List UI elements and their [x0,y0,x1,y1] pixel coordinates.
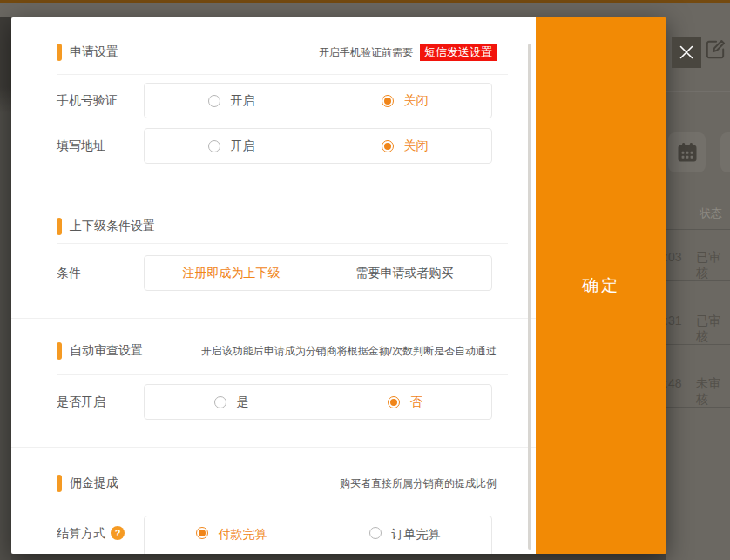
radio-icon[interactable] [208,95,220,107]
radio-option-off[interactable]: 关闭 [318,129,491,163]
row-condition: 条件 注册即成为上下级 需要申请或者购买 [57,255,508,291]
row-label-group: 结算方式 ? [57,516,125,542]
radio-label: 订单完算 [392,527,441,543]
choice-register[interactable]: 注册即成为上下级 [145,256,318,290]
radio-icon[interactable] [208,140,220,152]
edit-icon [704,38,727,61]
section-note: 开启该功能后申请成为分销商将根据金额/次数判断是否自动通过 [201,344,497,359]
radio-label: 开启 [231,138,255,154]
radio-label: 付款完算 [219,527,267,543]
background-topbar [0,0,730,3]
option-group: 开启 关闭 [144,83,492,118]
table-row-status: 已审核 [696,314,730,345]
radio-label: 是 [237,395,249,410]
row-label: 填写地址 [57,128,105,164]
calendar-button [668,132,706,172]
section-note: 购买者直接所属分销商的提成比例 [340,476,497,491]
confirm-button-label: 确定 [582,274,620,297]
table-row-status: 已审核 [696,250,730,281]
radio-option-off[interactable]: 关闭 [318,84,491,118]
radio-option-no[interactable]: 否 [318,385,491,419]
section-title: 佣金提成 [70,476,118,491]
table-header-status: 状态 [700,206,722,221]
section-title: 上下级条件设置 [70,219,155,234]
distribution-settings-dialog: 申请设置 开启手机验证前需要 短信发送设置 手机号验证 开启 关闭 填写地址 [11,17,666,554]
radio-option-payment-settle[interactable]: 付款完算 [145,516,318,554]
radio-label: 否 [410,395,422,410]
background-button-partial [720,132,730,172]
section-divider [57,503,508,503]
section-divider [57,243,508,244]
section-title: 申请设置 [70,44,118,60]
radio-icon[interactable] [369,527,382,539]
section-divider [57,374,508,375]
calendar-icon [675,140,700,165]
option-group: 注册即成为上下级 需要申请或者购买 [144,255,492,291]
section-marker [57,342,62,360]
radio-option-order-settle[interactable]: 订单完算 [318,516,491,554]
row-auto-review-enable: 是否开启 是 否 [57,384,508,420]
section-divider [57,74,508,75]
table-row-time: :48 [665,376,681,390]
table-divider [666,280,730,281]
row-label: 结算方式 [57,526,105,542]
section-commission-header: 佣金提成 购买者直接所属分销商的提成比例 [57,475,497,492]
radio-icon[interactable] [214,396,226,408]
table-row-status: 未审核 [696,376,730,408]
section-auto-review-header: 自动审查设置 开启该功能后申请成为分销商将根据金额/次数判断是否自动通过 [57,342,497,360]
table-row-time: :03 [665,250,681,264]
section-relation-header: 上下级条件设置 [57,218,497,235]
section-title: 自动审查设置 [70,343,143,359]
table-divider [666,344,730,345]
row-settlement-method: 结算方式 ? 付款完算 订单完算 [57,516,508,554]
radio-icon[interactable] [388,396,400,408]
section-marker [57,218,62,235]
scrollbar[interactable] [528,44,531,550]
radio-icon[interactable] [382,95,394,107]
dialog-scroll-area: 申请设置 开启手机验证前需要 短信发送设置 手机号验证 开启 关闭 填写地址 [11,17,536,554]
close-button[interactable] [672,37,701,68]
close-icon [678,44,695,61]
radio-option-on[interactable]: 开启 [145,84,318,118]
radio-label: 关闭 [404,93,429,109]
section-note: 开启手机验证前需要 [319,45,413,60]
table-row-time: :31 [665,314,681,327]
section-separator [11,447,536,448]
choice-apply-or-buy[interactable]: 需要申请或者购买 [318,256,491,290]
background-header-divider [666,91,730,92]
row-fill-address: 填写地址 开启 关闭 [57,128,508,164]
radio-option-yes[interactable]: 是 [145,385,318,419]
option-group: 付款完算 订单完算 [144,516,492,554]
radio-icon[interactable] [382,140,394,152]
dialog-bottom-shadow [11,554,666,560]
radio-label: 关闭 [404,138,429,154]
table-divider [666,229,730,230]
option-group: 开启 关闭 [144,128,492,164]
help-icon[interactable]: ? [111,526,125,540]
radio-option-on[interactable]: 开启 [145,129,318,163]
table-divider [666,407,730,408]
radio-label: 开启 [231,93,255,109]
row-phone-verify: 手机号验证 开启 关闭 [57,83,508,118]
radio-icon[interactable] [196,527,208,539]
confirm-button[interactable]: 确定 [536,17,666,554]
section-marker [57,475,62,492]
sms-settings-badge[interactable]: 短信发送设置 [420,44,497,61]
option-group: 是 否 [144,384,492,420]
section-apply-header: 申请设置 开启手机验证前需要 短信发送设置 [57,44,497,61]
row-label: 手机号验证 [57,83,118,118]
section-marker [57,44,62,61]
row-label: 是否开启 [57,384,105,420]
section-separator [11,318,536,319]
row-label: 条件 [57,255,81,291]
background-left-sidebar [0,17,11,560]
